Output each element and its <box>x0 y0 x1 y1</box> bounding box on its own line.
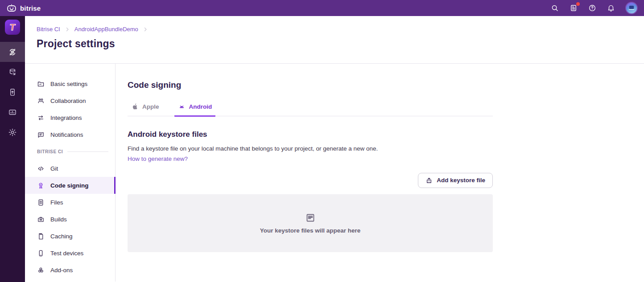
sidebar-item-label: Add-ons <box>50 267 73 274</box>
user-avatar[interactable] <box>625 2 638 14</box>
sidebar-item-label: Caching <box>50 233 73 240</box>
integrations-icon <box>37 114 45 122</box>
sidebar-item-label: Basic settings <box>50 81 87 87</box>
sidebar-item-label: Notifications <box>50 131 83 138</box>
collaboration-icon <box>37 97 45 105</box>
sidebar-item-collaboration[interactable]: Collaboration <box>25 92 115 109</box>
android-icon <box>178 103 186 110</box>
sidebar-item-label: Builds <box>50 216 67 223</box>
basic-settings-icon <box>37 80 45 88</box>
sidebar-item-integrations[interactable]: Integrations <box>25 109 115 126</box>
actions-row: Add keystore file <box>128 173 493 188</box>
project-avatar-letter: T <box>9 23 16 32</box>
chevron-right-icon <box>143 27 148 32</box>
subsection-title: Android keystore files <box>128 130 493 139</box>
code-signing-icon <box>37 182 45 189</box>
apple-icon <box>131 103 139 110</box>
tab-android[interactable]: Android <box>174 103 216 117</box>
sidebar-item-git[interactable]: Git <box>25 160 115 177</box>
how-to-generate-link[interactable]: How to generate new? <box>128 155 188 162</box>
sidebar-item-label: Collaboration <box>50 98 86 104</box>
add-keystore-file-button[interactable]: Add keystore file <box>418 173 493 188</box>
caching-icon <box>37 233 45 240</box>
help-button[interactable] <box>588 4 597 12</box>
notifications-button[interactable] <box>607 4 615 12</box>
build-cache-icon <box>8 68 17 77</box>
sidebar-item-label: Code signing <box>50 182 89 189</box>
empty-state-text: Your keystore files will appear here <box>260 227 361 234</box>
sidebar-item-add-ons[interactable]: Add-ons <box>25 262 115 278</box>
tab-apple[interactable]: Apple <box>128 103 163 117</box>
main-content: Code signing Apple <box>116 64 493 282</box>
topbar-actions <box>550 2 638 14</box>
bell-icon <box>607 4 615 12</box>
section-title: Code signing <box>128 80 493 90</box>
app-rail: T <box>0 16 25 282</box>
document-icon <box>305 213 316 223</box>
sidebar-group-bitrise-ci: BITRISE CI <box>25 143 115 160</box>
settings-sidenav: Basic settings Collaboration <box>25 64 116 282</box>
brand-name: bitrise <box>20 4 41 12</box>
rail-item-release-management[interactable] <box>0 82 25 102</box>
bitrise-logo[interactable]: bitrise <box>6 3 41 13</box>
rail-item-insights[interactable] <box>0 102 25 122</box>
notification-dot <box>576 2 580 6</box>
chevron-right-icon <box>65 27 70 32</box>
help-icon <box>588 4 596 12</box>
sidebar-item-test-devices[interactable]: Test devices <box>25 245 115 262</box>
keystore-empty-state: Your keystore files will appear here <box>128 194 493 252</box>
breadcrumb-workspace[interactable]: Bitrise CI <box>37 26 60 33</box>
tab-label: Android <box>189 103 212 110</box>
search-icon <box>551 4 559 12</box>
upload-icon <box>425 177 433 184</box>
breadcrumb: Bitrise CI AndroidAppBundleDemo <box>37 26 644 33</box>
sidebar-group-label: BITRISE CI <box>37 149 63 154</box>
files-icon <box>37 199 45 206</box>
sidebar-item-label: Git <box>50 165 58 172</box>
page-title: Project settings <box>37 38 644 50</box>
sidebar-item-builds[interactable]: Builds <box>25 211 115 228</box>
builds-icon <box>37 216 45 223</box>
breadcrumb-project[interactable]: AndroidAppBundleDemo <box>74 26 138 33</box>
tab-label: Apple <box>142 103 159 110</box>
sidebar-item-caching[interactable]: Caching <box>25 228 115 245</box>
sidebar-item-notifications[interactable]: Notifications <box>25 126 115 143</box>
insights-icon <box>8 108 17 117</box>
ci-workflows-icon <box>8 48 17 57</box>
sidebar-item-label: Test devices <box>50 250 83 257</box>
button-label: Add keystore file <box>437 177 485 184</box>
git-icon <box>37 165 45 172</box>
sidebar-item-label: Files <box>50 199 63 206</box>
sidebar-item-files[interactable]: Files <box>25 194 115 211</box>
page-header: Bitrise CI AndroidAppBundleDemo Project … <box>25 16 644 64</box>
sidebar-item-basic-settings[interactable]: Basic settings <box>25 75 115 92</box>
top-bar: bitrise <box>0 0 644 16</box>
bitrise-robot-icon <box>6 3 17 13</box>
release-management-icon <box>8 88 17 97</box>
page-shell: Bitrise CI AndroidAppBundleDemo Project … <box>25 16 644 282</box>
search-button[interactable] <box>550 4 559 12</box>
subsection-description: Find a keystore file on your local machi… <box>128 144 493 153</box>
rail-item-build-cache[interactable] <box>0 62 25 82</box>
platform-tabs: Apple Android <box>128 103 493 116</box>
test-devices-icon <box>37 249 45 257</box>
gear-icon <box>8 128 17 137</box>
sidebar-item-code-signing[interactable]: Code signing <box>25 177 115 194</box>
sidebar-item-label: Integrations <box>50 114 82 121</box>
project-avatar[interactable]: T <box>5 20 20 35</box>
rail-item-ci[interactable] <box>0 42 25 62</box>
whats-new-button[interactable] <box>569 4 578 12</box>
rail-item-settings[interactable] <box>0 122 25 142</box>
notifications-icon <box>37 131 45 139</box>
add-ons-icon <box>37 266 45 274</box>
